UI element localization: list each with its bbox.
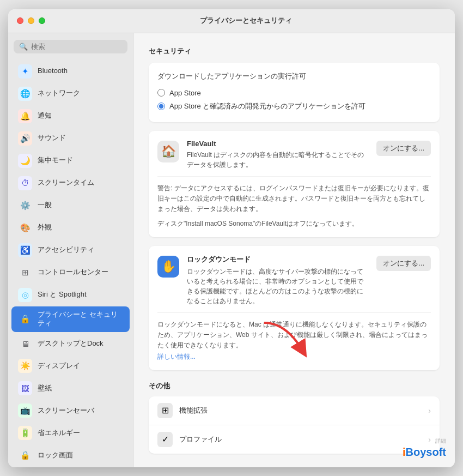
sidebar-item-label-network: ネットワーク xyxy=(38,89,80,98)
sidebar-item-desktop[interactable]: 🖥 デスクトップとDock xyxy=(11,333,130,354)
radio-appstore-dev-label: App Store と確認済みの開発元からのアプリケーションを許可 xyxy=(169,101,365,111)
sound-icon: 🔊 xyxy=(18,131,32,146)
iboysoft-logo: 詳細 iBoysoft xyxy=(403,437,446,459)
radio-appstore[interactable]: App Store xyxy=(157,87,431,99)
radio-group: App Store App Store と確認済みの開発元からのアプリケーション… xyxy=(157,87,431,113)
sidebar-item-siri[interactable]: ◎ Siri と Spotlight xyxy=(11,284,130,306)
sidebar-item-label-general: 一般 xyxy=(38,201,52,210)
search-input[interactable] xyxy=(31,43,122,51)
extensions-row[interactable]: ⊞ 機能拡張 › xyxy=(149,396,440,425)
filevault-card: 🏠 FileVault FileVault はディスクの内容を自動的に暗号化する… xyxy=(149,131,440,238)
sidebar-item-label-control: コントロールセンター xyxy=(38,268,108,277)
lockdown-more-link[interactable]: 詳しい情報... xyxy=(157,353,196,360)
filevault-desc: FileVault はディスクの内容を自動的に暗号化することでそのデータを保護し… xyxy=(187,150,369,170)
sidebar-item-sound[interactable]: 🔊 サウンド xyxy=(11,128,130,149)
sidebar-item-label-accessibility: アクセシビリティ xyxy=(38,245,94,255)
sidebar-item-screentime[interactable]: ⏱ スクリーンタイム xyxy=(11,172,130,194)
maximize-button[interactable] xyxy=(39,17,45,24)
lockdown-icon-box: ✋ xyxy=(157,256,179,278)
lockdown-title: ロックダウンモード xyxy=(187,255,369,264)
sidebar-nav: ✦ Bluetooth 🌐 ネットワーク 🔔 通知 🔊 サウンド 🌙 集中モード xyxy=(8,60,133,467)
lock-icon: 🔒 xyxy=(18,448,32,462)
sidebar-item-control[interactable]: ⊞ コントロールセンター xyxy=(11,262,130,284)
filevault-content: FileVault FileVault はディスクの内容を自動的に暗号化すること… xyxy=(187,140,369,170)
filevault-warning: 警告: データにアクセスするには、ログインパスワードまたは復旧キーが必要になりま… xyxy=(157,183,431,215)
download-label: ダウンロードしたアプリケーションの実行許可 xyxy=(157,71,431,81)
sidebar-item-display[interactable]: ☀️ ディスプレイ xyxy=(11,355,130,377)
sidebar-item-notification[interactable]: 🔔 通知 xyxy=(11,105,130,127)
sidebar-item-accessibility[interactable]: ♿ アクセシビリティ xyxy=(11,239,130,261)
filevault-icon-box: 🏠 xyxy=(157,141,179,162)
extensions-chevron-icon: › xyxy=(428,406,431,415)
main-content: 🔍 ✦ Bluetooth 🌐 ネットワーク 🔔 通知 🔊 サウンド xyxy=(8,33,455,467)
sidebar-item-screensaver[interactable]: 📺 スクリーンセーバ xyxy=(11,400,130,421)
lockdown-button[interactable]: オンにする... xyxy=(376,256,431,271)
security-section-title: セキュリティ xyxy=(149,46,440,56)
sidebar-item-appearance[interactable]: 🎨 外観 xyxy=(11,217,130,239)
close-button[interactable] xyxy=(17,17,23,24)
sidebar-item-general[interactable]: ⚙️ 一般 xyxy=(11,195,130,216)
extensions-icon: ⊞ xyxy=(157,403,173,418)
bluetooth-icon: ✦ xyxy=(18,64,32,79)
extensions-label: 機能拡張 xyxy=(179,406,422,415)
radio-appstore-dev[interactable]: App Store と確認済みの開発元からのアプリケーションを許可 xyxy=(157,99,431,113)
lockdown-desc: ロックダウンモードは、高度なサイバー攻撃の標的になっていると考えられる場合に、非… xyxy=(187,267,369,306)
sidebar-item-label-energy: 省エネルギー xyxy=(38,429,80,438)
sidebar-item-focus[interactable]: 🌙 集中モード xyxy=(11,150,130,172)
other-card: ⊞ 機能拡張 › ✓ プロファイル › xyxy=(149,396,440,454)
notification-icon: 🔔 xyxy=(18,109,32,123)
radio-appstore-input[interactable] xyxy=(157,89,165,97)
iboysoft-detail: 詳細 xyxy=(435,437,446,445)
iboysoft-brand: iBoysoft xyxy=(403,446,446,459)
radio-appstore-dev-input[interactable] xyxy=(157,103,165,110)
lockdown-icon: ✋ xyxy=(161,260,176,274)
general-icon: ⚙️ xyxy=(18,198,32,213)
network-icon: 🌐 xyxy=(18,87,32,101)
display-icon: ☀️ xyxy=(18,359,32,373)
sidebar-item-label-display: ディスプレイ xyxy=(38,361,80,371)
filevault-disk-text: ディスク"Install macOS Sonoma"のFileVaultはオフに… xyxy=(157,219,431,228)
focus-icon: 🌙 xyxy=(18,154,32,168)
control-icon: ⊞ xyxy=(18,266,32,280)
wallpaper-icon: 🖼 xyxy=(18,381,32,395)
filevault-icon: 🏠 xyxy=(161,144,176,159)
lockdown-extra: ロックダウンモードになると、Mac は通常通りに機能しなくなります。セキュリティ… xyxy=(157,320,431,351)
accessibility-icon: ♿ xyxy=(18,243,32,257)
other-section-title: その他 xyxy=(149,381,440,391)
sidebar-item-label-notification: 通知 xyxy=(38,111,52,120)
titlebar: プライバシーとセキュリティ xyxy=(8,9,455,33)
sidebar-item-wallpaper[interactable]: 🖼 壁紙 xyxy=(11,377,130,399)
sidebar-item-label-screensaver: スクリーンセーバ xyxy=(38,406,94,415)
download-permission-card: ダウンロードしたアプリケーションの実行許可 App Store App Stor… xyxy=(149,63,440,122)
window-title: プライバシーとセキュリティ xyxy=(45,16,446,26)
lockdown-content: ロックダウンモード ロックダウンモードは、高度なサイバー攻撃の標的になっていると… xyxy=(187,255,369,306)
filevault-title: FileVault xyxy=(187,140,369,148)
sidebar-item-privacy[interactable]: 🔒 プライバシーと セキュリティ xyxy=(11,306,130,333)
sidebar: 🔍 ✦ Bluetooth 🌐 ネットワーク 🔔 通知 🔊 サウンド xyxy=(8,33,133,467)
siri-icon: ◎ xyxy=(18,288,32,302)
radio-appstore-label: App Store xyxy=(169,89,201,97)
lockdown-row: ✋ ロックダウンモード ロックダウンモードは、高度なサイバー攻撃の標的になってい… xyxy=(157,255,431,306)
profiles-label: プロファイル xyxy=(179,435,422,444)
profiles-row[interactable]: ✓ プロファイル › xyxy=(149,425,440,454)
minimize-button[interactable] xyxy=(28,17,34,24)
sidebar-item-network[interactable]: 🌐 ネットワーク xyxy=(11,83,130,105)
sidebar-item-lock[interactable]: 🔒 ロック画面 xyxy=(11,444,130,466)
lockdown-card: ✋ ロックダウンモード ロックダウンモードは、高度なサイバー攻撃の標的になってい… xyxy=(149,246,440,370)
sidebar-item-label-lock: ロック画面 xyxy=(38,451,73,460)
sidebar-item-bluetooth[interactable]: ✦ Bluetooth xyxy=(11,61,130,82)
privacy-icon: 🔒 xyxy=(18,312,32,326)
screensaver-icon: 📺 xyxy=(18,403,32,418)
appearance-icon: 🎨 xyxy=(18,221,32,235)
sidebar-item-label-bluetooth: Bluetooth xyxy=(38,67,68,76)
main-panel: セキュリティ ダウンロードしたアプリケーションの実行許可 App Store A… xyxy=(133,33,455,467)
sidebar-item-label-privacy: プライバシーと セキュリティ xyxy=(38,310,123,329)
divider2 xyxy=(157,312,431,313)
profiles-icon: ✓ xyxy=(157,432,173,447)
sidebar-item-energy[interactable]: 🔋 省エネルギー xyxy=(11,422,130,444)
screentime-icon: ⏱ xyxy=(18,176,32,190)
sidebar-item-label-desktop: デスクトップとDock xyxy=(38,339,103,348)
filevault-row: 🏠 FileVault FileVault はディスクの内容を自動的に暗号化する… xyxy=(157,140,431,170)
search-box[interactable]: 🔍 xyxy=(14,40,127,53)
filevault-button[interactable]: オンにする... xyxy=(376,141,431,156)
